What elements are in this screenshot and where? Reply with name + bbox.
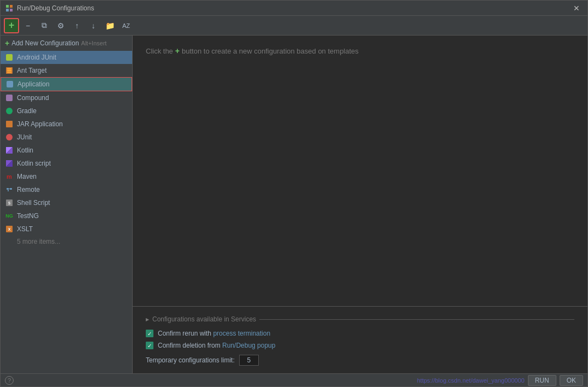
- sort-icon: AZ: [122, 22, 130, 29]
- confirm-rerun-checkbox[interactable]: ✓: [146, 330, 153, 337]
- svg-rect-9: [10, 188, 12, 190]
- sidebar-item-kotlin[interactable]: Kotlin: [1, 144, 132, 157]
- confirm-rerun-row: ✓ Confirm rerun with process termination: [146, 327, 574, 339]
- shell-script-label: Shell Script: [17, 199, 50, 207]
- testng-label: TestNG: [17, 212, 39, 220]
- jar-application-icon: [5, 120, 14, 128]
- confirm-deletion-label: Confirm deletion from Run/Debug popup: [158, 342, 275, 349]
- gradle-icon: [5, 107, 14, 115]
- xslt-label: XSLT: [17, 225, 33, 233]
- window-icon: [5, 4, 14, 13]
- compound-label: Compound: [17, 94, 49, 102]
- confirm-deletion-checkbox[interactable]: ✓: [146, 342, 153, 349]
- sidebar-item-testng[interactable]: NG TestNG: [1, 209, 132, 222]
- sidebar-item-kotlin-script[interactable]: Kotlin script: [1, 157, 132, 170]
- url-text: https://blog.csdn.net/dawei_yang000000: [417, 377, 525, 384]
- confirm-rerun-label: Confirm rerun with process termination: [158, 330, 270, 337]
- folder-icon: 📁: [105, 21, 115, 30]
- title-bar: Run/Debug Configurations ✕: [1, 1, 587, 16]
- triangle-icon: ▶: [146, 317, 149, 322]
- remove-configuration-button[interactable]: −: [20, 18, 35, 33]
- gradle-label: Gradle: [17, 107, 37, 115]
- sidebar-item-application[interactable]: Application: [1, 77, 132, 91]
- sidebar-item-shell-script[interactable]: $ Shell Script: [1, 196, 132, 209]
- testng-icon: NG: [5, 212, 14, 220]
- kotlin-script-icon: [5, 159, 14, 168]
- remote-label: Remote: [17, 186, 40, 194]
- kotlin-label: Kotlin: [17, 146, 33, 154]
- status-bar: ? https://blog.csdn.net/dawei_yang000000…: [1, 373, 587, 386]
- application-label: Application: [17, 80, 50, 88]
- sidebar-item-xslt[interactable]: X XSLT: [1, 222, 132, 236]
- add-new-label: Add New Configuration: [11, 39, 79, 47]
- junit-icon: [5, 133, 14, 142]
- panel-top: Click the + button to create a new confi…: [133, 36, 587, 306]
- more-items[interactable]: 5 more items...: [1, 236, 132, 248]
- folder-button[interactable]: 📁: [102, 18, 117, 33]
- main-content: + Add New Configuration Alt+Insert Andro…: [1, 36, 587, 373]
- services-section[interactable]: ▶ Configurations available in Services: [146, 311, 574, 327]
- help-button[interactable]: ?: [5, 376, 14, 385]
- arrow-down-icon: ↓: [92, 21, 96, 30]
- copy-configuration-button[interactable]: ⧉: [37, 18, 52, 33]
- config-list: Android JUnit Ant Target: [1, 51, 132, 373]
- main-window: Run/Debug Configurations ✕ + − ⧉ ⚙ ↑ ↓ 📁…: [0, 0, 588, 387]
- jar-application-label: JAR Application: [17, 120, 63, 128]
- maven-icon: m: [5, 172, 14, 181]
- svg-rect-8: [7, 188, 9, 190]
- kotlin-icon: [5, 146, 14, 155]
- sidebar-item-gradle[interactable]: Gradle: [1, 104, 132, 118]
- toolbar: + − ⧉ ⚙ ↑ ↓ 📁 AZ: [1, 16, 587, 36]
- sidebar-item-remote[interactable]: Remote: [1, 183, 132, 196]
- temp-config-row: Temporary configurations limit:: [146, 351, 574, 369]
- sort-button[interactable]: AZ: [118, 18, 134, 33]
- maven-label: Maven: [17, 173, 37, 180]
- sidebar-item-junit[interactable]: JUnit: [1, 131, 132, 144]
- action-buttons: https://blog.csdn.net/dawei_yang000000 R…: [417, 375, 583, 386]
- junit-label: JUnit: [17, 133, 32, 141]
- add-new-shortcut: Alt+Insert: [81, 40, 107, 46]
- svg-rect-1: [10, 5, 13, 8]
- plus-icon: +: [5, 39, 9, 48]
- temp-config-input[interactable]: [239, 355, 259, 366]
- sidebar-item-compound[interactable]: Compound: [1, 91, 132, 104]
- application-icon: [5, 80, 14, 89]
- android-junit-icon: [5, 53, 14, 62]
- shell-script-icon: $: [5, 198, 14, 207]
- ok-button[interactable]: OK: [560, 375, 583, 386]
- move-up-button[interactable]: ↑: [69, 18, 85, 33]
- right-panel: Click the + button to create a new confi…: [133, 36, 587, 373]
- kotlin-script-label: Kotlin script: [17, 160, 51, 167]
- confirm-deletion-row: ✓ Confirm deletion from Run/Debug popup: [146, 339, 574, 351]
- ant-target-icon: [5, 66, 14, 75]
- hint-text: Click the + button to create a new confi…: [146, 46, 359, 55]
- sidebar: + Add New Configuration Alt+Insert Andro…: [1, 36, 133, 373]
- svg-rect-0: [6, 5, 9, 8]
- compound-icon: [5, 93, 14, 102]
- sidebar-item-ant-target[interactable]: Ant Target: [1, 64, 132, 77]
- svg-rect-3: [10, 9, 13, 11]
- status-left: ?: [5, 376, 14, 385]
- close-button[interactable]: ✕: [570, 3, 583, 14]
- add-new-configuration-item[interactable]: + Add New Configuration Alt+Insert: [1, 36, 132, 51]
- panel-bottom: ▶ Configurations available in Services ✓…: [133, 306, 587, 373]
- hint-plus-icon: +: [175, 46, 180, 55]
- xslt-icon: X: [5, 225, 14, 233]
- sidebar-item-jar-application[interactable]: JAR Application: [1, 118, 132, 131]
- add-configuration-button[interactable]: +: [4, 18, 19, 33]
- sidebar-item-android-junit[interactable]: Android JUnit: [1, 51, 132, 64]
- ant-target-label: Ant Target: [17, 67, 46, 74]
- settings-button[interactable]: ⚙: [53, 18, 68, 33]
- arrow-up-icon: ↑: [75, 21, 79, 30]
- svg-rect-2: [6, 9, 9, 11]
- remote-icon: [5, 185, 14, 194]
- window-title: Run/Debug Configurations: [17, 4, 570, 12]
- services-label: Configurations available in Services: [152, 315, 256, 323]
- temp-config-label: Temporary configurations limit:: [146, 356, 235, 364]
- gear-icon: ⚙: [57, 21, 64, 30]
- sidebar-item-maven[interactable]: m Maven: [1, 170, 132, 183]
- android-junit-label: Android JUnit: [17, 54, 56, 61]
- run-button[interactable]: RUN: [528, 375, 556, 386]
- svg-rect-11: [8, 190, 9, 191]
- move-down-button[interactable]: ↓: [86, 18, 101, 33]
